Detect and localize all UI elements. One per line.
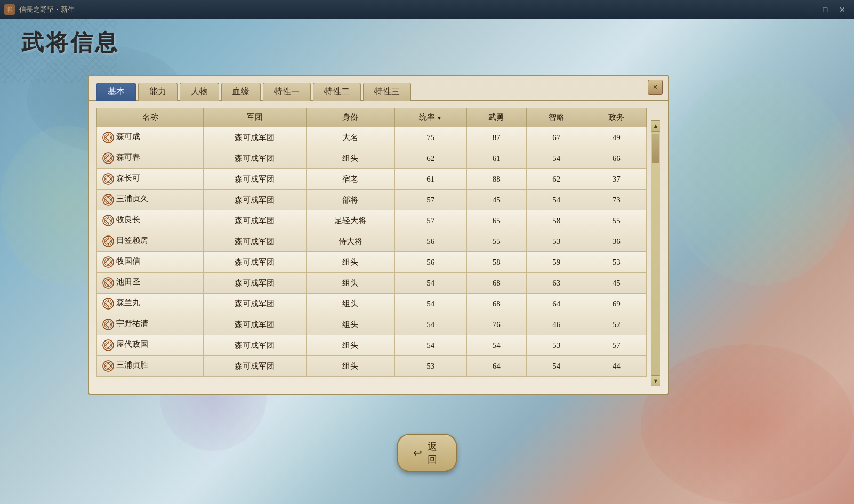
window-title: 信長之野望・新生 <box>19 5 75 14</box>
cell-stat1: 62 <box>394 148 466 169</box>
cell-stat4: 52 <box>586 314 647 335</box>
cell-name: 屋代政国 <box>97 335 204 356</box>
main-panel: × 基本 能力 人物 血缘 特性一 特性二 特性三 名称 军团 身份 统率 武勇… <box>88 75 669 395</box>
table-row[interactable]: 池田圣森可成军团组头54686345 <box>97 273 647 294</box>
cell-stat2: 45 <box>466 190 526 210</box>
cell-stat1: 53 <box>394 356 466 377</box>
tab-bar: 基本 能力 人物 血缘 特性一 特性二 特性三 <box>89 76 668 101</box>
cell-stat3: 59 <box>527 252 586 273</box>
cell-role: 组头 <box>306 294 394 314</box>
cell-group: 森可成军团 <box>204 169 307 190</box>
cell-stat3: 63 <box>527 273 586 294</box>
cell-stat3: 54 <box>527 190 586 210</box>
cell-stat1: 54 <box>394 294 466 314</box>
table-row[interactable]: 牧良长森可成军团足轻大将57655855 <box>97 210 647 231</box>
cell-stat2: 55 <box>466 231 526 252</box>
close-button[interactable]: ✕ <box>835 4 850 15</box>
cell-stat4: 57 <box>586 335 647 356</box>
table-row[interactable]: 三浦贞久森可成军团部将57455473 <box>97 190 647 210</box>
scroll-up-button[interactable]: ▲ <box>651 120 660 131</box>
title-bar-left: 将 信長之野望・新生 <box>4 4 75 15</box>
panel-close-button[interactable]: × <box>648 80 663 95</box>
cell-group: 森可成军团 <box>204 210 307 231</box>
cell-name: 牧国信 <box>97 252 204 273</box>
title-bar: 将 信長之野望・新生 ─ □ ✕ <box>0 0 854 19</box>
cell-stat4: 44 <box>586 356 647 377</box>
cell-name: 三浦贞久 <box>97 190 204 210</box>
tab-ability[interactable]: 能力 <box>138 83 178 101</box>
cell-stat2: 65 <box>466 210 526 231</box>
cell-name: 池田圣 <box>97 273 204 294</box>
cell-stat3: 46 <box>527 314 586 335</box>
table-row[interactable]: 日笠赖房森可成军团侍大将56555336 <box>97 231 647 252</box>
scrollbar-track: ▲ ▼ <box>651 131 660 376</box>
table-row[interactable]: 森可成森可成军团大名75876749 <box>97 127 647 148</box>
return-icon: ↩ <box>413 446 422 459</box>
cell-stat2: 64 <box>466 356 526 377</box>
cell-stat1: 57 <box>394 210 466 231</box>
app-icon: 将 <box>4 4 15 15</box>
cell-stat2: 61 <box>466 148 526 169</box>
table-row[interactable]: 森长可森可成军团宿老61886237 <box>97 169 647 190</box>
cell-name: 宇野祐清 <box>97 314 204 335</box>
tab-trait1[interactable]: 特性一 <box>263 83 311 101</box>
cell-stat2: 88 <box>466 169 526 190</box>
col-strategy: 智略 <box>527 108 586 127</box>
return-button[interactable]: ↩ 返回 <box>397 434 457 472</box>
tab-trait3[interactable]: 特性三 <box>363 83 411 101</box>
cell-group: 森可成军团 <box>204 127 307 148</box>
table-row[interactable]: 牧国信森可成军团组头56585953 <box>97 252 647 273</box>
maximize-button[interactable]: □ <box>818 4 833 15</box>
cell-group: 森可成军团 <box>204 314 307 335</box>
cell-stat3: 64 <box>527 294 586 314</box>
cell-stat2: 68 <box>466 294 526 314</box>
cell-role: 组头 <box>306 252 394 273</box>
col-bravery: 武勇 <box>466 108 526 127</box>
cell-stat2: 58 <box>466 252 526 273</box>
cell-stat3: 58 <box>527 210 586 231</box>
cell-stat2: 87 <box>466 127 526 148</box>
table-row[interactable]: 森可春森可成军团组头62615466 <box>97 148 647 169</box>
table-row[interactable]: 森兰丸森可成军团组头54686469 <box>97 294 647 314</box>
table-container: 名称 军团 身份 统率 武勇 智略 政务 森可成森可成军团大名75876749 … <box>89 101 668 383</box>
col-name: 名称 <box>97 108 204 127</box>
cell-stat3: 62 <box>527 169 586 190</box>
table-row[interactable]: 宇野祐清森可成军团组头54764652 <box>97 314 647 335</box>
col-command[interactable]: 统率 <box>394 108 466 127</box>
cell-stat3: 53 <box>527 335 586 356</box>
tab-trait2[interactable]: 特性二 <box>313 83 361 101</box>
cell-stat3: 54 <box>527 356 586 377</box>
scrollbar-thumb[interactable] <box>652 134 659 163</box>
col-group: 军团 <box>204 108 307 127</box>
table-header-row: 名称 军团 身份 统率 武勇 智略 政务 <box>97 108 647 127</box>
cell-group: 森可成军团 <box>204 190 307 210</box>
cell-stat4: 55 <box>586 210 647 231</box>
cell-role: 组头 <box>306 335 394 356</box>
table-row[interactable]: 屋代政国森可成军团组头54545357 <box>97 335 647 356</box>
col-politics: 政务 <box>586 108 647 127</box>
generals-table: 名称 军团 身份 统率 武勇 智略 政务 森可成森可成军团大名75876749 … <box>96 108 647 377</box>
tab-bloodline[interactable]: 血缘 <box>221 83 261 101</box>
tab-person[interactable]: 人物 <box>180 83 219 101</box>
cell-stat1: 54 <box>394 273 466 294</box>
cell-stat4: 73 <box>586 190 647 210</box>
cell-stat1: 57 <box>394 190 466 210</box>
cell-name: 牧良长 <box>97 210 204 231</box>
col-role: 身份 <box>306 108 394 127</box>
cell-stat3: 54 <box>527 148 586 169</box>
cell-role: 宿老 <box>306 169 394 190</box>
minimize-button[interactable]: ─ <box>801 4 816 15</box>
cell-name: 森可成 <box>97 127 204 148</box>
table-row[interactable]: 三浦贞胜森可成军团组头53645444 <box>97 356 647 377</box>
cell-role: 大名 <box>306 127 394 148</box>
scroll-down-button[interactable]: ▼ <box>651 376 660 386</box>
cell-stat1: 75 <box>394 127 466 148</box>
cell-role: 组头 <box>306 273 394 294</box>
cell-role: 足轻大将 <box>306 210 394 231</box>
cell-stat2: 68 <box>466 273 526 294</box>
cell-stat1: 54 <box>394 314 466 335</box>
cell-stat4: 45 <box>586 273 647 294</box>
cell-role: 组头 <box>306 356 394 377</box>
tab-basic[interactable]: 基本 <box>96 83 136 101</box>
cell-role: 部将 <box>306 190 394 210</box>
